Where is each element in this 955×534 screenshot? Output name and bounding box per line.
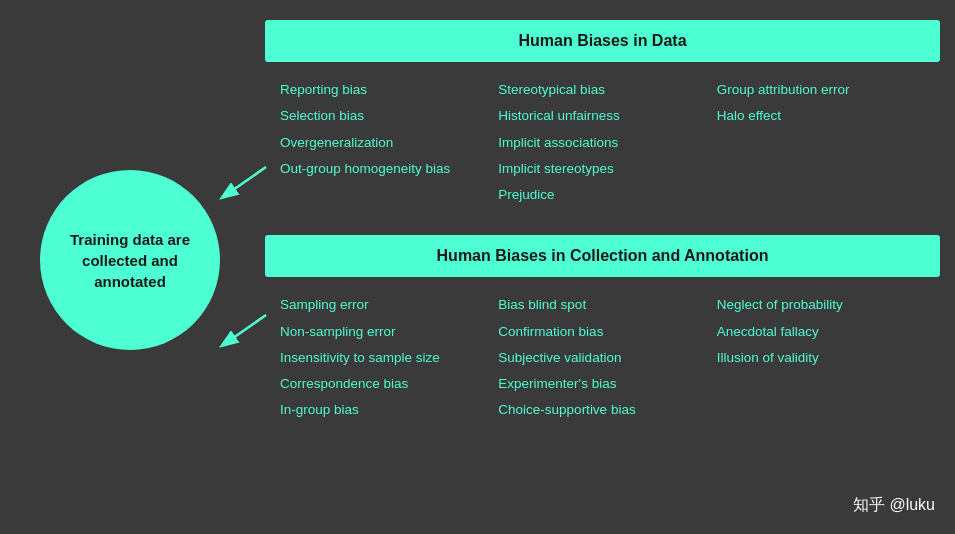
list-item: Prejudice [498,185,706,205]
list-item: Subjective validation [498,348,706,368]
section-human-biases-in-data: Human Biases in Data Reporting bias Sele… [265,20,940,227]
section2-items-grid: Sampling error Non-sampling error Insens… [265,277,940,442]
section1-col1: Reporting bias Selection bias Overgenera… [275,72,493,213]
content-area: Human Biases in Data Reporting bias Sele… [265,20,940,519]
list-item: Insensitivity to sample size [280,348,488,368]
list-item: Non-sampling error [280,322,488,342]
list-item: Neglect of probability [717,295,925,315]
list-item: Overgeneralization [280,133,488,153]
list-item: Stereotypical bias [498,80,706,100]
section-human-biases-in-collection: Human Biases in Collection and Annotatio… [265,235,940,442]
section1-col2: Stereotypical bias Historical unfairness… [493,72,711,213]
list-item: Selection bias [280,106,488,126]
list-item: Confirmation bias [498,322,706,342]
svg-line-3 [223,315,266,345]
list-item: Illusion of validity [717,348,925,368]
list-item: In-group bias [280,400,488,420]
section1-header: Human Biases in Data [265,20,940,62]
list-item: Implicit stereotypes [498,159,706,179]
section2-col1: Sampling error Non-sampling error Insens… [275,287,493,428]
list-item: Out-group homogeneity bias [280,159,488,179]
section2-header: Human Biases in Collection and Annotatio… [265,235,940,277]
list-item: Choice-supportive bias [498,400,706,420]
section2-col2: Bias blind spot Confirmation bias Subjec… [493,287,711,428]
training-data-circle: Training data are collected and annotate… [40,170,220,350]
svg-line-1 [223,167,266,197]
list-item: Sampling error [280,295,488,315]
main-container: Training data are collected and annotate… [0,0,955,534]
arrow-bottom-icon [218,310,268,350]
list-item: Halo effect [717,106,925,126]
section2-col3: Neglect of probability Anecdotal fallacy… [712,287,930,428]
section1-col3: Group attribution error Halo effect [712,72,930,213]
circle-label: Training data are collected and annotate… [40,219,220,302]
list-item: Anecdotal fallacy [717,322,925,342]
list-item: Group attribution error [717,80,925,100]
list-item: Experimenter's bias [498,374,706,394]
arrow-top-icon [218,162,268,202]
watermark: 知乎 @luku [853,495,935,516]
list-item: Bias blind spot [498,295,706,315]
list-item: Historical unfairness [498,106,706,126]
list-item: Reporting bias [280,80,488,100]
list-item: Correspondence bias [280,374,488,394]
list-item: Implicit associations [498,133,706,153]
section1-items-grid: Reporting bias Selection bias Overgenera… [265,62,940,227]
